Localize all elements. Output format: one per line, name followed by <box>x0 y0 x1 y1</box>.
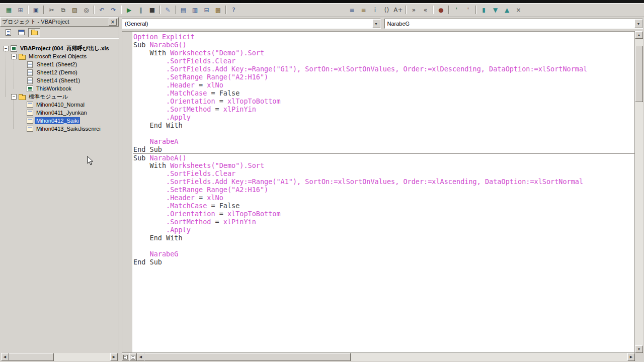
horizontal-scroll-track[interactable] <box>144 353 627 361</box>
scroll-left-icon[interactable]: ◀ <box>137 353 144 361</box>
uncomment-block-icon-button[interactable]: ' <box>462 5 474 15</box>
toggle-folders-button[interactable] <box>28 28 40 37</box>
help-icon-button[interactable]: ? <box>228 5 239 15</box>
quick-info-icon-button[interactable]: i <box>369 5 381 15</box>
tree-item-label[interactable]: ThisWorkbook <box>35 85 73 92</box>
project-explorer-icon-button[interactable]: ▤ <box>178 5 189 15</box>
object-dropdown[interactable]: (General) ▼ <box>122 19 381 29</box>
list-constants-icon-button[interactable]: ≡ <box>358 5 369 15</box>
save-icon-button[interactable]: ▣ <box>30 5 42 15</box>
chevron-down-icon[interactable]: ▼ <box>634 19 642 28</box>
design-mode-icon-button[interactable]: ✎ <box>162 5 174 15</box>
vertical-scroll-thumb[interactable] <box>635 46 643 102</box>
tree-item[interactable]: ThisWorkbook <box>0 84 119 93</box>
procedure-dropdown[interactable]: NarabeG ▼ <box>384 19 643 29</box>
scroll-left-icon[interactable]: ◀ <box>1 353 9 361</box>
code-indicator-margin[interactable] <box>122 32 132 352</box>
vertical-scroll-track[interactable] <box>635 39 643 345</box>
tree-item[interactable]: Mihon0411_Jyunkan <box>0 109 119 117</box>
copy-icon-button[interactable]: ⧉ <box>57 5 69 15</box>
tree-item-label[interactable]: Sheet12 (Demo) <box>35 69 79 76</box>
toggle-breakpoint-icon-button[interactable]: ● <box>435 5 447 15</box>
tree-expander-icon[interactable]: − <box>11 54 17 59</box>
tree-expander-icon[interactable]: − <box>11 94 17 100</box>
code-line: End Sub <box>133 258 634 266</box>
tree-item-label[interactable]: VBAProject (004_再帰呼び出し.xls <box>19 44 111 53</box>
project-explorer-title: プロジェクト - VBAProject <box>2 18 109 26</box>
clear-bookmarks-icon-button[interactable]: × <box>513 5 524 15</box>
code-line: .SortMethod = xlPinYin <box>133 218 634 226</box>
chevron-down-icon[interactable]: ▼ <box>372 19 380 28</box>
tree-item-label[interactable]: 標準モジュール <box>27 93 69 101</box>
tree-item-label[interactable]: Microsoft Excel Objects <box>27 53 88 60</box>
tree-item[interactable]: −VBAProject (004_再帰呼び出し.xls <box>0 44 119 52</box>
tree-item-label[interactable]: Mihon0412_Saiki <box>35 117 80 124</box>
code-vertical-scrollbar[interactable]: ▲ ▼ <box>635 31 643 353</box>
properties-window-icon-button[interactable]: ▥ <box>189 5 201 15</box>
outdent-icon-button[interactable]: « <box>420 5 431 15</box>
tree-item[interactable]: Mihon0412_Saiki <box>0 117 119 125</box>
cut-icon-button[interactable]: ✂ <box>46 5 57 15</box>
project-scroll-thumb[interactable] <box>9 353 54 361</box>
toolbar-separator <box>225 6 226 14</box>
project-scroll-track[interactable] <box>9 353 110 361</box>
tree-item[interactable]: −標準モジュール <box>0 93 119 101</box>
tree-item[interactable]: Mihon0410_Normal <box>0 101 119 109</box>
code-horizontal-scrollbar[interactable]: ◀ ▶ <box>122 353 635 361</box>
procedure-view-button[interactable] <box>122 353 129 361</box>
complete-word-icon-button[interactable]: A+ <box>392 5 404 15</box>
previous-bookmark-icon-button[interactable]: ▲ <box>501 5 513 15</box>
toolbox-icon-button[interactable]: ▩ <box>212 5 224 15</box>
insert-userform-icon-button[interactable]: ⊞ <box>15 5 26 15</box>
project-horizontal-scrollbar[interactable]: ◀ ▶ <box>1 353 118 361</box>
excel-icon-button[interactable]: ▦ <box>3 5 15 15</box>
next-bookmark-icon-button[interactable]: ▼ <box>490 5 501 15</box>
find-icon-button[interactable]: ◎ <box>80 5 92 15</box>
close-icon[interactable]: × <box>109 19 117 26</box>
code-text <box>133 65 166 73</box>
tree-item-label[interactable]: Mihon0411_Jyunkan <box>35 109 89 116</box>
tree-item[interactable]: Sheet1 (Sheet2) <box>0 60 119 68</box>
view-code-button[interactable] <box>2 28 14 37</box>
tree-item[interactable]: Mihon0413_SaikiJissenrei <box>0 125 119 133</box>
code-text <box>133 81 166 89</box>
view-object-icon <box>18 30 25 35</box>
tree-item-label[interactable]: Mihon0410_Normal <box>35 101 86 108</box>
full-module-view-button[interactable] <box>129 353 137 361</box>
tree-item[interactable]: Sheet14 (Sheet1) <box>0 76 119 84</box>
break-icon-button[interactable]: ∥ <box>135 5 146 15</box>
comment-block-icon-button[interactable]: ' <box>451 5 462 15</box>
view-object-button[interactable] <box>15 28 27 37</box>
object-browser-icon-button[interactable]: ⊟ <box>201 5 212 15</box>
code-area: Option ExplicitSub NarabeG() With Worksh… <box>122 31 635 353</box>
horizontal-scroll-thumb[interactable] <box>144 353 351 361</box>
reset-icon-button[interactable]: ■ <box>146 5 158 15</box>
project-tree[interactable]: −VBAProject (004_再帰呼び出し.xls−Microsoft Ex… <box>0 38 119 352</box>
undo-icon-button[interactable]: ↶ <box>96 5 108 15</box>
run-icon-button[interactable]: ▶ <box>123 5 135 15</box>
uncomment-block-icon: ' <box>467 7 469 13</box>
scroll-right-icon[interactable]: ▶ <box>627 353 635 361</box>
toolbar: ▦⊞▣✂⧉▨◎↶↷▶∥■✎▤▥⊟▩? ≡≡i()A+»«●''▮▼▲× <box>0 3 644 17</box>
tree-item-label[interactable]: Sheet14 (Sheet1) <box>35 77 82 84</box>
code-line: NarabeG <box>133 250 634 258</box>
tree-item-label[interactable]: Mihon0413_SaikiJissenrei <box>35 125 102 132</box>
indent-icon-button[interactable]: » <box>408 5 420 15</box>
toggle-bookmark-icon-button[interactable]: ▮ <box>478 5 490 15</box>
redo-icon-button[interactable]: ↷ <box>108 5 119 15</box>
tree-expander-icon[interactable]: − <box>3 46 9 51</box>
tree-item-label[interactable]: Sheet1 (Sheet2) <box>35 61 78 68</box>
properties-window-icon: ▥ <box>192 7 198 13</box>
paste-icon-button[interactable]: ▨ <box>69 5 80 15</box>
find-icon: ◎ <box>84 7 89 13</box>
list-properties-icon-button[interactable]: ≡ <box>346 5 358 15</box>
tree-item[interactable]: −Microsoft Excel Objects <box>0 52 119 60</box>
project-explorer-titlebar[interactable]: プロジェクト - VBAProject × <box>0 17 119 27</box>
scroll-right-icon[interactable]: ▶ <box>110 353 118 361</box>
code-editor[interactable]: Option ExplicitSub NarabeG() With Worksh… <box>132 32 634 352</box>
parameter-info-icon-button[interactable]: () <box>381 5 392 15</box>
scroll-up-icon[interactable]: ▲ <box>635 31 643 39</box>
tree-item[interactable]: Sheet12 (Demo) <box>0 68 119 76</box>
code-text: = <box>195 81 207 89</box>
scroll-down-icon[interactable]: ▼ <box>635 345 643 353</box>
